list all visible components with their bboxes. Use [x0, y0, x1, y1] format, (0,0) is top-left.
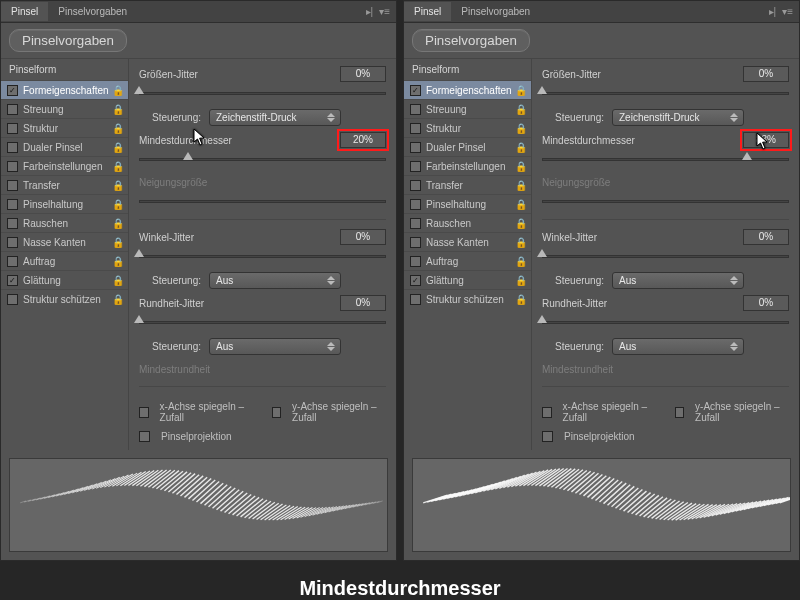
- sidebar-checkbox[interactable]: [7, 180, 18, 191]
- slider[interactable]: [542, 317, 789, 329]
- select[interactable]: Aus: [209, 272, 341, 289]
- sidebar-checkbox[interactable]: [7, 142, 18, 153]
- sidebar-item-1[interactable]: Streuung🔒: [1, 99, 128, 118]
- sidebar-checkbox[interactable]: [7, 104, 18, 115]
- flip-x-check[interactable]: x-Achse spiegeln – Zufall: [542, 401, 657, 423]
- sidebar-item-6[interactable]: Pinselhaltung🔒: [1, 194, 128, 213]
- select[interactable]: Zeichenstift-Druck: [209, 109, 341, 126]
- size-jitter-label: Größen-Jitter: [542, 69, 743, 80]
- sidebar-checkbox[interactable]: [410, 123, 421, 134]
- sidebar-item-9[interactable]: Auftrag🔒: [404, 251, 531, 270]
- flip-y-check[interactable]: y-Achse spiegeln – Zufall: [272, 401, 387, 423]
- sidebar-checkbox[interactable]: [7, 85, 18, 96]
- sidebar-item-11[interactable]: Struktur schützen🔒: [404, 289, 531, 308]
- menu-icon[interactable]: ▾≡: [782, 6, 793, 17]
- sidebar-item-1[interactable]: Streuung🔒: [404, 99, 531, 118]
- slider[interactable]: [139, 251, 386, 263]
- sidebar-checkbox[interactable]: [7, 199, 18, 210]
- sidebar-checkbox[interactable]: [7, 237, 18, 248]
- sidebar-item-10[interactable]: Glättung🔒: [1, 270, 128, 289]
- pinselvorgaben-button[interactable]: Pinselvorgaben: [9, 29, 127, 52]
- sidebar-item-5[interactable]: Transfer🔒: [404, 175, 531, 194]
- slider[interactable]: [542, 88, 789, 100]
- control-label: Steuerung:: [542, 275, 604, 286]
- caption: Mindestdurchmesser: [0, 577, 800, 600]
- sidebar-checkbox[interactable]: [410, 218, 421, 229]
- select[interactable]: Aus: [612, 338, 744, 355]
- sidebar-checkbox[interactable]: [410, 199, 421, 210]
- sidebar-item-4[interactable]: Farbeinstellungen🔒: [1, 156, 128, 175]
- menu-icon[interactable]: ▾≡: [379, 6, 390, 17]
- sidebar-header: Pinselform: [1, 59, 128, 80]
- sidebar-label: Auftrag: [426, 256, 515, 267]
- collapse-icon[interactable]: ▸|: [769, 6, 777, 17]
- sidebar-item-7[interactable]: Rauschen🔒: [1, 213, 128, 232]
- sidebar-checkbox[interactable]: [410, 142, 421, 153]
- lock-icon: 🔒: [112, 218, 124, 229]
- value-box[interactable]: 0%: [743, 229, 789, 245]
- sidebar-item-6[interactable]: Pinselhaltung🔒: [404, 194, 531, 213]
- sidebar-checkbox[interactable]: [410, 161, 421, 172]
- lock-icon: 🔒: [112, 237, 124, 248]
- sidebar-checkbox[interactable]: [7, 256, 18, 267]
- value-box[interactable]: 0%: [340, 66, 386, 82]
- value-box[interactable]: 0%: [743, 295, 789, 311]
- brush-projection-check[interactable]: Pinselprojektion: [139, 431, 386, 442]
- sidebar-item-11[interactable]: Struktur schützen🔒: [1, 289, 128, 308]
- sidebar-checkbox[interactable]: [410, 256, 421, 267]
- lock-icon: 🔒: [515, 180, 527, 191]
- slider[interactable]: [139, 154, 386, 166]
- sidebar-item-4[interactable]: Farbeinstellungen🔒: [404, 156, 531, 175]
- value-box[interactable]: 0%: [340, 295, 386, 311]
- sidebar-checkbox[interactable]: [410, 180, 421, 191]
- tab-pinsel[interactable]: Pinsel: [404, 2, 451, 21]
- tab-pinselvorgaben[interactable]: Pinselvorgaben: [451, 2, 540, 21]
- sidebar-item-0[interactable]: Formeigenschaften🔒: [404, 80, 531, 99]
- select[interactable]: Zeichenstift-Druck: [612, 109, 744, 126]
- sidebar-item-9[interactable]: Auftrag🔒: [1, 251, 128, 270]
- flip-x-check[interactable]: x-Achse spiegeln – Zufall: [139, 401, 254, 423]
- sidebar-label: Struktur: [426, 123, 515, 134]
- sidebar-item-8[interactable]: Nasse Kanten🔒: [404, 232, 531, 251]
- brush-projection-check[interactable]: Pinselprojektion: [542, 431, 789, 442]
- value-box[interactable]: 83%: [743, 132, 789, 148]
- sidebar-item-5[interactable]: Transfer🔒: [1, 175, 128, 194]
- value-box[interactable]: 0%: [743, 66, 789, 82]
- form-area: Größen-Jitter0%Steuerung:Zeichenstift-Dr…: [129, 59, 396, 450]
- tab-pinselvorgaben[interactable]: Pinselvorgaben: [48, 2, 137, 21]
- flip-y-check[interactable]: y-Achse spiegeln – Zufall: [675, 401, 790, 423]
- sidebar-checkbox[interactable]: [7, 218, 18, 229]
- select[interactable]: Aus: [612, 272, 744, 289]
- sidebar-item-10[interactable]: Glättung🔒: [404, 270, 531, 289]
- sidebar-item-3[interactable]: Dualer Pinsel🔒: [1, 137, 128, 156]
- tab-pinsel[interactable]: Pinsel: [1, 2, 48, 21]
- sidebar-checkbox[interactable]: [410, 85, 421, 96]
- sidebar-label: Nasse Kanten: [426, 237, 515, 248]
- lock-icon: 🔒: [515, 199, 527, 210]
- sidebar-checkbox[interactable]: [410, 104, 421, 115]
- slider[interactable]: [139, 317, 386, 329]
- sidebar-item-8[interactable]: Nasse Kanten🔒: [1, 232, 128, 251]
- sidebar-checkbox[interactable]: [7, 275, 18, 286]
- sidebar-label: Struktur schützen: [23, 294, 112, 305]
- svg-line-2: [28, 499, 35, 501]
- sidebar-item-0[interactable]: Formeigenschaften🔒: [1, 80, 128, 99]
- sidebar-item-3[interactable]: Dualer Pinsel🔒: [404, 137, 531, 156]
- sidebar-checkbox[interactable]: [7, 161, 18, 172]
- sidebar-checkbox[interactable]: [7, 294, 18, 305]
- pinselvorgaben-button[interactable]: Pinselvorgaben: [412, 29, 530, 52]
- slider[interactable]: [542, 251, 789, 263]
- slider[interactable]: [139, 88, 386, 100]
- collapse-icon[interactable]: ▸|: [366, 6, 374, 17]
- sidebar-checkbox[interactable]: [410, 294, 421, 305]
- sidebar-checkbox[interactable]: [410, 275, 421, 286]
- value-box[interactable]: 0%: [340, 229, 386, 245]
- sidebar-item-2[interactable]: Struktur🔒: [1, 118, 128, 137]
- value-box[interactable]: 20%: [340, 132, 386, 148]
- sidebar-item-2[interactable]: Struktur🔒: [404, 118, 531, 137]
- sidebar-checkbox[interactable]: [410, 237, 421, 248]
- slider[interactable]: [542, 154, 789, 166]
- sidebar-checkbox[interactable]: [7, 123, 18, 134]
- select[interactable]: Aus: [209, 338, 341, 355]
- sidebar-item-7[interactable]: Rauschen🔒: [404, 213, 531, 232]
